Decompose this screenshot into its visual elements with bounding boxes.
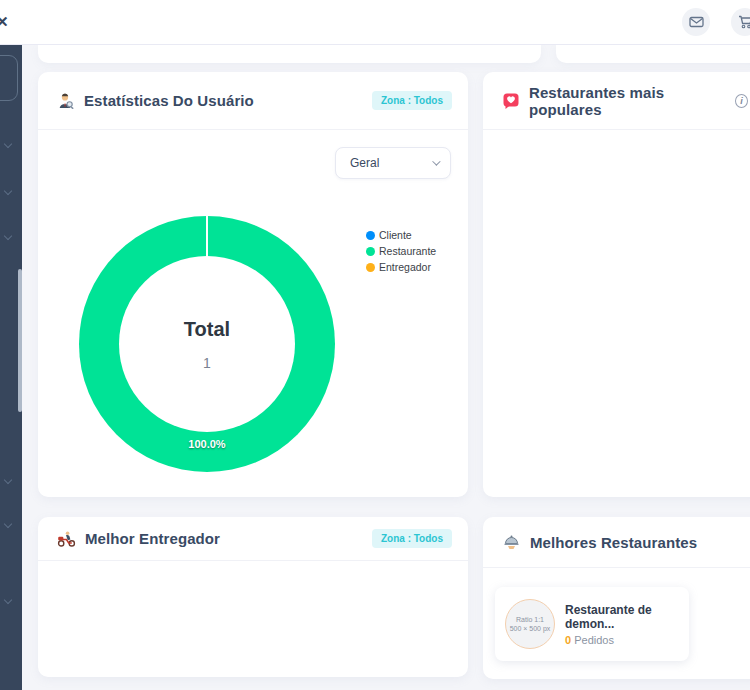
- heart-message-icon: [502, 92, 520, 110]
- card-header: Estatísticas Do Usuário Zona : Todos: [38, 72, 468, 130]
- card-title: Melhores Restaurantes: [530, 534, 697, 551]
- sidebar-item-chevron-icon[interactable]: [4, 187, 12, 195]
- chevron-down-icon: [432, 157, 440, 165]
- filter-selected-value: Geral: [350, 156, 379, 170]
- card-user-statistics: Estatísticas Do Usuário Zona : Todos Ger…: [38, 72, 468, 497]
- card-popular-restaurants: Restaurantes mais populares i: [483, 72, 750, 497]
- chart-total-value: 1: [203, 355, 211, 371]
- card-best-deliveryman: Melhor Entregador Zona : Todos: [38, 517, 468, 677]
- sidebar-zone-selector[interactable]: [0, 55, 18, 101]
- sidebar-item-chevron-icon[interactable]: [4, 596, 12, 604]
- scrolled-card-remnant: [38, 45, 541, 63]
- chart-total-label: Total: [184, 318, 230, 341]
- card-header: Melhores Restaurantes: [483, 517, 750, 568]
- dashboard-page: { "header": { "close_label": "✕", "butto…: [0, 0, 750, 690]
- cart-icon: [738, 15, 750, 29]
- top-header: ✕: [0, 0, 750, 45]
- restaurant-name: Restaurante de demon...: [565, 603, 679, 631]
- legend-label: Entregador: [379, 261, 431, 273]
- legend-item-cliente[interactable]: Cliente: [366, 229, 436, 241]
- sidebar: [0, 45, 22, 690]
- cart-button[interactable]: [731, 8, 750, 36]
- chart-filter-select[interactable]: Geral: [335, 147, 451, 179]
- card-title: Melhor Entregador: [85, 530, 220, 547]
- card-header: Restaurantes mais populares i: [483, 72, 750, 130]
- restaurant-avatar-placeholder: Ratio 1:1 500 × 500 px: [505, 599, 555, 649]
- card-best-restaurants: Melhores Restaurantes Ratio 1:1 500 × 50…: [483, 517, 750, 679]
- zone-badge: Zona : Todos: [372, 529, 452, 548]
- legend-label: Restaurante: [379, 245, 436, 257]
- card-header: Melhor Entregador Zona : Todos: [38, 517, 468, 561]
- orders-label: Pedidos: [574, 634, 614, 646]
- info-icon[interactable]: i: [735, 94, 748, 108]
- envelope-icon: [689, 16, 704, 28]
- messages-button[interactable]: [682, 8, 710, 36]
- legend-dot-icon: [366, 231, 375, 240]
- delivery-scooter-icon: [57, 530, 76, 547]
- detective-user-icon: [57, 92, 75, 110]
- sidebar-item-chevron-icon[interactable]: [4, 520, 12, 528]
- legend-item-restaurante[interactable]: Restaurante: [366, 245, 436, 257]
- placeholder-ratio-text: Ratio 1:1: [516, 616, 544, 623]
- sidebar-item-chevron-icon[interactable]: [4, 232, 12, 240]
- sidebar-item-chevron-icon[interactable]: [4, 476, 12, 484]
- scrolled-card-remnant: [556, 45, 750, 63]
- zone-badge: Zona : Todos: [372, 91, 452, 110]
- serving-cloche-icon: [502, 534, 521, 551]
- close-icon[interactable]: ✕: [0, 13, 9, 31]
- legend-item-entregador[interactable]: Entregador: [366, 261, 436, 273]
- chart-legend: ClienteRestauranteEntregador: [366, 229, 436, 273]
- restaurant-orders: 0 Pedidos: [565, 634, 679, 646]
- orders-count: 0: [565, 634, 571, 646]
- placeholder-size-text: 500 × 500 px: [510, 625, 551, 632]
- donut-chart[interactable]: Total 1 100.0%: [79, 216, 335, 472]
- card-title: Estatísticas Do Usuário: [84, 92, 254, 109]
- restaurant-info: Restaurante de demon... 0 Pedidos: [565, 603, 679, 646]
- legend-dot-icon: [366, 263, 375, 272]
- donut-slice-gap: [206, 216, 208, 257]
- card-title: Restaurantes mais populares: [529, 84, 727, 118]
- sidebar-item-chevron-icon[interactable]: [4, 140, 12, 148]
- sidebar-scrollbar[interactable]: [18, 269, 22, 412]
- legend-label: Cliente: [379, 229, 412, 241]
- legend-dot-icon: [366, 247, 375, 256]
- slice-percentage-label: 100.0%: [79, 438, 335, 450]
- donut-center: Total 1: [119, 256, 295, 432]
- restaurant-list-item[interactable]: Ratio 1:1 500 × 500 px Restaurante de de…: [495, 587, 689, 661]
